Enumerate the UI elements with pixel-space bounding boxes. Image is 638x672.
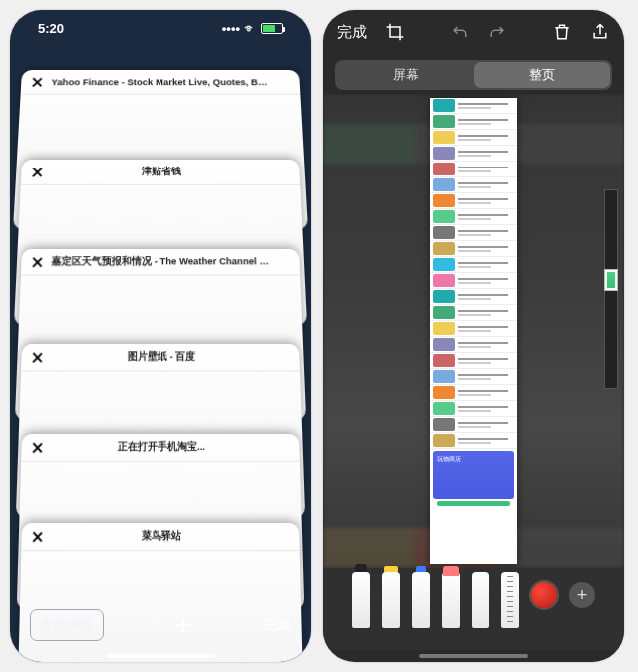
markup-phone: 完成 屏幕 整页 玩物商店 — [323, 10, 624, 662]
crop-icon[interactable] — [385, 22, 405, 42]
pen-tool[interactable] — [352, 572, 370, 628]
segment-fullpage[interactable]: 整页 — [474, 62, 610, 88]
marker-tool[interactable] — [382, 572, 400, 628]
markup-toolbar: 完成 — [323, 10, 624, 54]
close-icon[interactable] — [31, 166, 44, 177]
tab-grid[interactable]: Yahoo Finance - Stock Market Live, Quote… — [22, 60, 299, 598]
tab-title: 嘉定区天气预报和情况 - The Weather Channel | Weath… — [51, 255, 289, 268]
pencil-tool[interactable] — [412, 572, 430, 628]
segment-screen[interactable]: 屏幕 — [337, 62, 474, 88]
lasso-tool[interactable] — [472, 572, 489, 628]
color-picker[interactable] — [531, 582, 557, 608]
tab-title: 正在打开手机淘宝... — [52, 440, 290, 454]
add-tool-button[interactable]: + — [569, 582, 595, 608]
tab-title: 菜鸟驿站 — [52, 529, 290, 543]
tab-title: 图片壁纸 - 百度 — [51, 350, 289, 364]
fullpage-preview[interactable]: 玩物商店 — [430, 98, 517, 564]
battery-icon — [261, 23, 283, 34]
home-indicator — [419, 654, 528, 658]
close-icon[interactable] — [31, 441, 43, 454]
eraser-tool[interactable] — [442, 572, 460, 628]
trash-icon[interactable] — [552, 22, 572, 42]
redo-icon[interactable] — [487, 22, 507, 42]
new-tab-button[interactable]: + — [175, 609, 191, 641]
markup-canvas[interactable]: 玩物商店 — [323, 94, 624, 568]
close-icon[interactable] — [31, 351, 43, 364]
signal-icon: •••• — [222, 21, 240, 36]
page-scrubber[interactable] — [604, 189, 618, 389]
scrubber-indicator[interactable] — [604, 269, 618, 291]
home-indicator — [106, 654, 215, 658]
page-mode-segment[interactable]: 屏幕 整页 — [335, 60, 612, 90]
promo-card: 玩物商店 — [433, 451, 514, 499]
markup-tools: + — [323, 568, 624, 650]
ruler-tool[interactable] — [501, 572, 519, 628]
tab-title: Yahoo Finance - Stock Market Live, Quote… — [51, 77, 290, 87]
status-indicators: •••• ᯤ — [222, 21, 283, 36]
done-button[interactable]: 完成 — [337, 23, 367, 42]
close-icon[interactable] — [31, 76, 44, 87]
safari-tabs-phone: 5:20 •••• ᯤ Yahoo Finance - Stock Market… — [10, 10, 311, 662]
tab-toolbar: 无痕浏览 + 完成 — [18, 602, 303, 648]
undo-icon[interactable] — [450, 22, 470, 42]
done-button[interactable]: 完成 — [263, 616, 291, 634]
tab-title: 津贴省钱 — [51, 166, 290, 178]
status-bar: 5:20 •••• ᯤ — [10, 10, 311, 46]
private-browsing-button[interactable]: 无痕浏览 — [30, 609, 104, 641]
share-icon[interactable] — [590, 22, 610, 42]
status-time: 5:20 — [38, 21, 64, 36]
close-icon[interactable] — [31, 256, 44, 268]
close-icon[interactable] — [32, 530, 44, 543]
wifi-icon: ᯤ — [244, 21, 257, 36]
